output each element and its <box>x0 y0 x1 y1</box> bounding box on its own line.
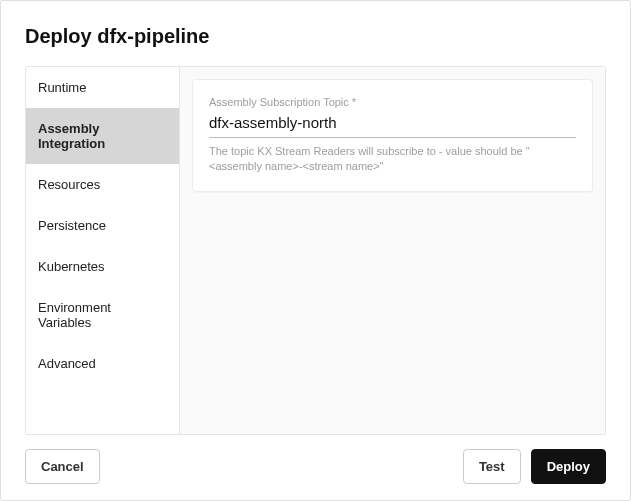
cancel-button[interactable]: Cancel <box>25 449 100 484</box>
sidebar: Runtime Assembly Integration Resources P… <box>26 67 180 434</box>
footer-right-actions: Test Deploy <box>463 449 606 484</box>
dialog-title: Deploy dfx-pipeline <box>25 25 606 48</box>
subscription-topic-help: The topic KX Stream Readers will subscri… <box>209 144 576 175</box>
dialog-header: Deploy dfx-pipeline <box>1 1 630 66</box>
sidebar-item-label: Resources <box>38 177 100 192</box>
subscription-topic-label: Assembly Subscription Topic * <box>209 96 576 108</box>
sidebar-item-label: Runtime <box>38 80 86 95</box>
sidebar-item-kubernetes[interactable]: Kubernetes <box>26 246 179 287</box>
dialog-content: Runtime Assembly Integration Resources P… <box>25 66 606 435</box>
main-panel: Assembly Subscription Topic * The topic … <box>180 67 605 434</box>
sidebar-item-label: Assembly Integration <box>38 121 105 151</box>
sidebar-item-label: Advanced <box>38 356 96 371</box>
sidebar-item-assembly-integration[interactable]: Assembly Integration <box>26 108 179 164</box>
deploy-button[interactable]: Deploy <box>531 449 606 484</box>
sidebar-item-resources[interactable]: Resources <box>26 164 179 205</box>
subscription-topic-input[interactable] <box>209 110 576 138</box>
sidebar-item-label: Kubernetes <box>38 259 105 274</box>
sidebar-item-runtime[interactable]: Runtime <box>26 67 179 108</box>
sidebar-item-label: Environment Variables <box>38 300 111 330</box>
sidebar-item-advanced[interactable]: Advanced <box>26 343 179 384</box>
test-button[interactable]: Test <box>463 449 521 484</box>
subscription-topic-card: Assembly Subscription Topic * The topic … <box>192 79 593 192</box>
sidebar-item-label: Persistence <box>38 218 106 233</box>
sidebar-item-persistence[interactable]: Persistence <box>26 205 179 246</box>
dialog-footer: Cancel Test Deploy <box>1 435 630 500</box>
sidebar-item-environment-variables[interactable]: Environment Variables <box>26 287 179 343</box>
